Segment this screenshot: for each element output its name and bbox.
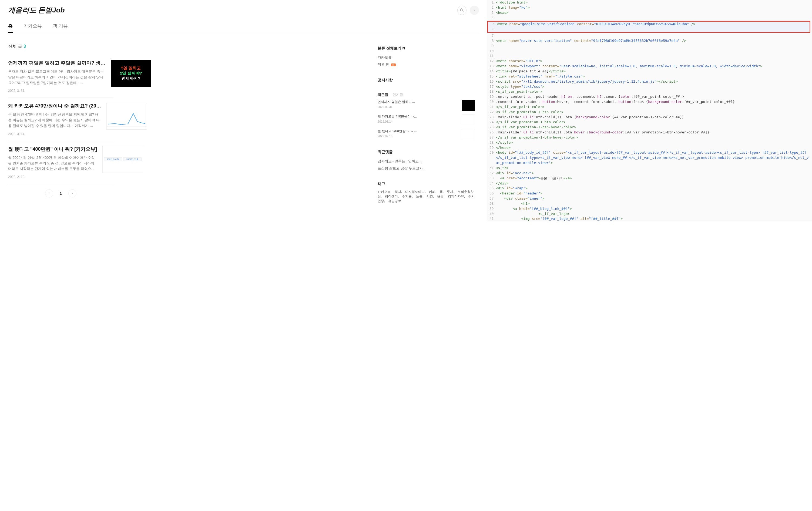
code-editor[interactable]: 1<!doctype html> 2<html lang="ko"> 3<hea…: [487, 0, 812, 221]
menu-icon[interactable]: [470, 6, 479, 15]
recent-post-item[interactable]: 왜 카카오뷰 470만원이나…2022.03.14: [378, 115, 475, 125]
post-date: 2022. 3. 31.: [8, 89, 105, 93]
tab-popular[interactable]: 인기글: [393, 92, 403, 97]
code-highlight-box: 5<meta name="google-site-verification" c…: [487, 21, 810, 33]
code-line-5: <meta name="google-site-verification" co…: [497, 22, 810, 27]
recent-thumbnail: [462, 115, 475, 125]
post-title: 뭘 했다고 "400만원" 이나 줘? [카카오뷰]: [8, 146, 97, 152]
svg-point-0: [460, 9, 463, 11]
sidebar-tags-title: 태그: [378, 181, 475, 186]
nav-tabs: 홈 카카오뷰 책 리뷰: [8, 20, 479, 33]
svg-line-1: [462, 11, 463, 11]
sidebar-item-review[interactable]: 책 리뷰 N: [378, 61, 475, 68]
search-icon[interactable]: [457, 6, 466, 15]
sidebar-notice-title: 공지사항: [378, 78, 475, 83]
post-excerpt: 부자도 저와 같은 블로그 쟁이도 아니 회사원도 대부분은 죽는 날은 다르더…: [8, 69, 105, 86]
post-excerpt: 두 달 동안 470만 원이라는 엄청난 금액을 저에게 지급? 해준 이유는 …: [8, 112, 101, 128]
badge-new: N: [403, 46, 405, 50]
recent-post-item[interactable]: 뭘 했다고 "400만원" 이나…2022.02.10: [378, 129, 475, 140]
recent-thumbnail: [462, 129, 475, 140]
site-title: 게을러도 돈벌Job: [8, 5, 64, 15]
post-thumbnail: 5일 일하고 2일 쉴꺼야? 언제까지?: [111, 60, 151, 87]
post-item[interactable]: 왜 카카오뷰 470만원이나 준 걸까요? (20… 두 달 동안 470만 원…: [8, 98, 113, 141]
post-item[interactable]: 언제까지 평일은 일하고 주말은 쉴꺼야? 생… 부자도 저와 같은 블로그 쟁…: [8, 55, 113, 98]
prev-page-button[interactable]: [45, 189, 53, 198]
post-title: 언제까지 평일은 일하고 주말은 쉴꺼야? 생…: [8, 60, 105, 66]
comment-item[interactable]: 포스팅 잘보고 공감 누르고가…: [378, 165, 475, 172]
sidebar-item-kakao[interactable]: 카카오뷰: [378, 54, 475, 61]
post-thumbnail: [107, 102, 147, 130]
post-date: 2022. 3. 14.: [8, 132, 101, 136]
post-excerpt: 월 200만 원 이상, 2달 400만 원 이상의 어마어마한 수익을 안겨준…: [8, 155, 97, 172]
sidebar-categories-title: 분류 전체보기 N: [378, 46, 475, 51]
post-date: 2022. 2. 10.: [8, 175, 97, 179]
recent-post-item[interactable]: 언제까지 평일은 일하고…2022.03.31: [378, 100, 475, 111]
tab-home[interactable]: 홈: [8, 20, 13, 33]
tab-recent[interactable]: 최근글: [378, 92, 388, 97]
tab-review[interactable]: 책 리뷰: [53, 20, 68, 33]
tab-kakao[interactable]: 카카오뷰: [24, 20, 42, 33]
post-item[interactable]: 뭘 했다고 "400만원" 이나 줘? [카카오뷰] 월 200만 원 이상, …: [8, 141, 113, 184]
sidebar-comments-title: 최근댓글: [378, 150, 475, 154]
post-thumbnail: 2022년 01월2022년 01월: [103, 146, 143, 173]
list-header: 전체 글 3: [8, 44, 113, 50]
next-page-button[interactable]: [68, 189, 77, 198]
tag-list: 카카오뷰, 회사, 디지털노마드, 카페, 책, 투자, 부의추월차선, 창작센…: [378, 189, 475, 203]
post-title: 왜 카카오뷰 470만원이나 준 걸까요? (20…: [8, 102, 101, 109]
page-number: 1: [60, 191, 62, 196]
pagination: 1: [8, 189, 113, 198]
comment-item[interactable]: 감사해요~ 맞추는.. 안하고…: [378, 158, 475, 165]
recent-thumbnail: [462, 100, 475, 111]
